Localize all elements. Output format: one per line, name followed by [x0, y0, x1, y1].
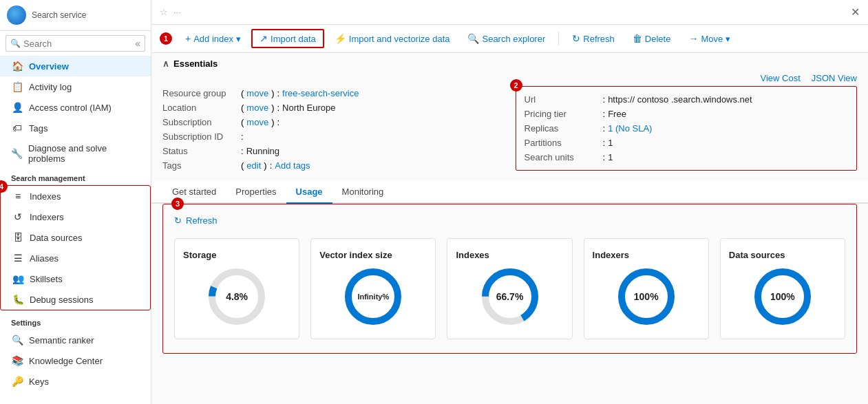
import-vectorize-icon: ⚡ [335, 33, 346, 44]
sidebar-item-keys[interactable]: 🔑 Keys [0, 371, 151, 392]
tab-content: ↻ Refresh Storage 4.8% [163, 204, 856, 353]
tags-edit-link[interactable]: edit [246, 160, 261, 171]
usage-card-storage: Storage 4.8% [174, 238, 299, 339]
indexers-value: 100% [634, 291, 659, 302]
usage-card-indexes: Indexes 66.7% [447, 238, 572, 339]
sidebar-item-activity-log-label: Activity log [29, 82, 72, 92]
location-move-link[interactable]: move [246, 103, 268, 113]
resource-group-move-paren: ( [241, 88, 244, 98]
sidebar-item-debug-sessions[interactable]: 🐛 Debug sessions [1, 289, 150, 310]
tags-label: Tags [162, 160, 238, 171]
usage-card-indexers: Indexers 100% [584, 238, 709, 339]
title-bar-left: ☆ ··· [160, 7, 181, 17]
add-index-icon: + [185, 33, 191, 44]
sidebar-item-debug-sessions-label: Debug sessions [30, 295, 94, 305]
sidebar-item-knowledge-center[interactable]: 📚 Knowledge Center [0, 350, 151, 371]
resource-group-move-link[interactable]: move [246, 88, 268, 98]
sidebar-item-knowledge-center-label: Knowledge Center [29, 356, 103, 366]
tab-properties[interactable]: Properties [226, 181, 286, 204]
sidebar-item-diagnose-label: Diagnose and solve problems [28, 143, 140, 164]
partitions-row: Partitions : 1 [525, 136, 849, 150]
sidebar-item-data-sources[interactable]: 🗄 Data sources [1, 227, 150, 248]
import-vectorize-button[interactable]: ⚡ Import and vectorize data [327, 30, 458, 47]
sidebar-item-indexes[interactable]: ≡ Indexes [1, 186, 150, 206]
toolbar-badge-1: 1 [160, 32, 172, 45]
sidebar-item-aliases-label: Aliases [30, 253, 59, 264]
diagnose-icon: 🔧 [11, 148, 23, 159]
status-row: Status : Running [162, 144, 505, 158]
sidebar-item-skillsets[interactable]: 👥 Skillsets [1, 268, 150, 289]
sidebar-item-aliases[interactable]: ☰ Aliases [1, 248, 150, 268]
json-view-link[interactable]: JSON View [812, 73, 857, 83]
partitions-value: 1 [608, 138, 613, 148]
storage-value: 4.8% [226, 291, 248, 302]
aliases-icon: ☰ [12, 253, 24, 264]
indexes-card-title: Indexes [456, 250, 489, 260]
search-input[interactable] [23, 39, 132, 49]
move-button[interactable]: → Move ▾ [681, 30, 738, 47]
favorite-icon[interactable]: ☆ [160, 7, 168, 17]
add-tags-link[interactable]: Add tags [275, 160, 310, 171]
title-bar-right: ✕ [851, 6, 860, 19]
resource-group-value[interactable]: free-search-service [282, 88, 359, 98]
view-cost-link[interactable]: View Cost [760, 73, 800, 83]
sidebar-item-data-sources-label: Data sources [30, 233, 83, 243]
search-management-section-box: 4 ≡ Indexes ↺ Indexers 🗄 Data sources ☰ … [0, 185, 151, 310]
usage-section: 3 ↻ Refresh Storage [162, 204, 857, 354]
close-icon[interactable]: ✕ [851, 6, 860, 19]
sidebar-item-activity-log[interactable]: 📋 Activity log [0, 76, 151, 97]
location-move-paren: ( [241, 103, 244, 113]
subscription-id-row: Subscription ID : [162, 129, 505, 144]
sidebar-item-access-control[interactable]: 👤 Access control (IAM) [0, 97, 151, 118]
access-control-icon: 👤 [11, 102, 23, 113]
sidebar-item-semantic-ranker[interactable]: 🔍 Semantic ranker [0, 330, 151, 350]
collapse-icon[interactable]: « [135, 38, 140, 49]
sidebar-search-container[interactable]: 🔍 « [6, 35, 145, 52]
status-value: Running [246, 146, 279, 156]
status-label: Status [162, 146, 238, 156]
tab-usage[interactable]: Usage [286, 181, 332, 204]
sidebar-item-skillsets-label: Skillsets [30, 274, 63, 284]
sidebar: Search service 🔍 « 🏠 Overview 📋 Activity… [0, 0, 151, 404]
sidebar-item-keys-label: Keys [29, 376, 49, 387]
sidebar-item-overview[interactable]: 🏠 Overview [0, 56, 151, 76]
subscription-move-paren: ( [241, 117, 244, 127]
search-management-section-header: Search management [0, 169, 151, 185]
subscription-label: Subscription [162, 117, 238, 127]
replicas-value[interactable]: 1 (No SLA) [608, 123, 652, 134]
sidebar-item-indexers[interactable]: ↺ Indexers [1, 206, 150, 227]
search-explorer-button[interactable]: 🔍 Search explorer [460, 30, 553, 47]
badge2: 2 [510, 79, 522, 92]
tab-refresh-icon: ↻ [174, 215, 182, 226]
essentials-collapse-icon[interactable]: ∧ [162, 59, 169, 69]
subscription-move-link[interactable]: move [246, 117, 268, 127]
more-options-icon[interactable]: ··· [173, 7, 181, 17]
tab-refresh-button[interactable]: ↻ Refresh [174, 213, 845, 233]
overview-icon: 🏠 [11, 61, 23, 72]
add-index-button[interactable]: + Add index ▾ [178, 30, 248, 47]
sidebar-item-diagnose[interactable]: 🔧 Diagnose and solve problems [0, 138, 151, 169]
essentials-content: Resource group (move) : free-search-serv… [151, 86, 868, 181]
tab-refresh-label: Refresh [186, 215, 218, 226]
main-content: ☆ ··· ✕ 1 + Add index ▾ ↗ Import data ⚡ … [151, 0, 868, 404]
settings-section-header: Settings [0, 313, 151, 330]
title-bar: ☆ ··· ✕ [151, 0, 868, 25]
delete-button[interactable]: 🗑 Delete [625, 30, 679, 47]
tabs-bar: Get started Properties Usage Monitoring [151, 181, 868, 204]
tags-row: Tags (edit) : Add tags [162, 158, 505, 173]
resource-group-label: Resource group [162, 88, 238, 98]
location-value: North Europe [282, 103, 335, 113]
keys-icon: 🔑 [11, 376, 23, 387]
replicas-row: Replicas : 1 (No SLA) [525, 121, 849, 136]
indexers-icon: ↺ [12, 211, 24, 222]
import-data-button[interactable]: ↗ Import data [251, 29, 324, 48]
refresh-button[interactable]: ↻ Refresh [564, 30, 622, 47]
tab-monitoring[interactable]: Monitoring [332, 181, 394, 204]
pricing-tier-row: Pricing tier : Free [525, 107, 849, 121]
sidebar-item-indexes-label: Indexes [30, 191, 61, 202]
indexes-value: 66.7% [496, 291, 524, 302]
storage-donut: 4.8% [206, 266, 268, 328]
subscription-id-label: Subscription ID [162, 131, 238, 142]
sidebar-item-tags[interactable]: 🏷 Tags [0, 118, 151, 138]
usage-card-data-sources: Data sources 100% [720, 238, 845, 339]
